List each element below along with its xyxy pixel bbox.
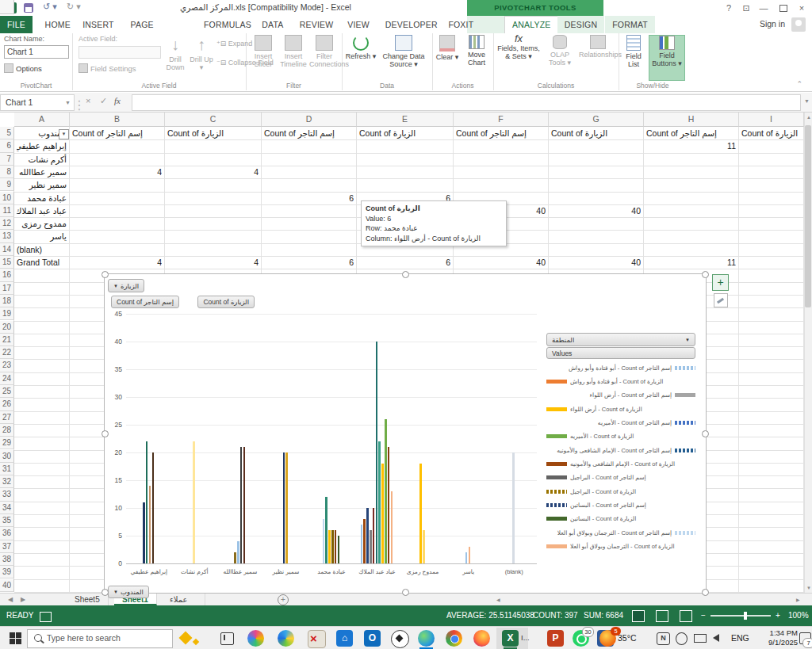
chart-bar[interactable] bbox=[323, 519, 325, 563]
chart-bar[interactable] bbox=[465, 552, 468, 563]
row-header-6[interactable]: 6 bbox=[0, 139, 14, 152]
row-header-8[interactable]: 8 bbox=[0, 166, 14, 178]
taskbar-icon-excel[interactable]: X bbox=[502, 630, 519, 647]
row-header-38[interactable]: 38 bbox=[0, 553, 14, 566]
taskbar-icon-copilot[interactable] bbox=[247, 630, 264, 647]
cell-F15[interactable]: 40 bbox=[456, 257, 546, 268]
cell-A11[interactable]: عباد عبد الملاك bbox=[17, 205, 67, 216]
chart-bar[interactable] bbox=[331, 530, 334, 563]
cell-A8[interactable]: سمير عطاالله bbox=[17, 166, 67, 178]
taskbar-icon-news[interactable]: 5 bbox=[599, 630, 616, 647]
copilot-sparkle-icon[interactable] bbox=[179, 632, 193, 645]
chart-value-field-button-0[interactable]: Count of إسم التاجر bbox=[111, 296, 179, 308]
chart-bar[interactable] bbox=[370, 530, 372, 563]
legend-item[interactable]: الإمام الشافعى والأمونيه - Count of الزي… bbox=[546, 457, 695, 470]
cell-C15[interactable]: 4 bbox=[167, 257, 259, 268]
taskbar-icon-powerpoint[interactable]: P bbox=[547, 630, 564, 647]
taskbar-search-input[interactable]: Type here to search bbox=[27, 629, 173, 648]
normal-view-icon[interactable] bbox=[632, 610, 645, 622]
chart-value-field-button-1[interactable]: Count of الزيارة bbox=[197, 296, 255, 308]
chart-bar[interactable] bbox=[361, 525, 363, 563]
page-layout-view-icon[interactable] bbox=[656, 610, 668, 622]
vscroll-down-icon[interactable]: ▼ bbox=[806, 586, 811, 590]
chart-bar[interactable] bbox=[193, 441, 195, 563]
start-button[interactable] bbox=[10, 632, 21, 644]
chart-bar[interactable] bbox=[381, 464, 384, 563]
legend-item[interactable]: البساتين - Count of الزيارة bbox=[546, 513, 695, 525]
chart-axis-field-button[interactable]: ▼المندوب bbox=[108, 586, 149, 598]
chart-bar[interactable] bbox=[146, 441, 148, 563]
cell-I5[interactable]: Count of الزيارة bbox=[741, 128, 801, 139]
cell-A6[interactable]: إبراهيم عطيفي bbox=[17, 140, 67, 151]
legend-item[interactable]: البساتين - Count of إسم التاجر bbox=[546, 499, 695, 512]
legend-item[interactable]: الإمام الشافعى والأمونيه - Count of إسم … bbox=[546, 444, 695, 456]
legend-item[interactable]: الأميريه - Count of إسم التاجر bbox=[546, 416, 695, 429]
row-header-12[interactable]: 12 bbox=[0, 217, 14, 230]
chart-filter-field-button[interactable]: ▼الزيارة bbox=[108, 279, 144, 292]
clock[interactable]: 1:34 PM 9/1/2025 bbox=[753, 628, 798, 647]
taskbar-icon-dictionary-blocked[interactable]: × bbox=[308, 630, 326, 648]
row-header-36[interactable]: 36 bbox=[0, 527, 14, 540]
zoom-slider[interactable] bbox=[710, 615, 771, 617]
taskbar-icon-store[interactable]: ⌂ bbox=[336, 630, 353, 647]
chart-bar[interactable] bbox=[285, 452, 288, 563]
task-view-icon[interactable] bbox=[220, 632, 234, 645]
taskbar-icon-firefox[interactable] bbox=[473, 630, 490, 647]
chart-bar[interactable] bbox=[143, 502, 145, 563]
chart-bar[interactable] bbox=[325, 497, 327, 563]
chart-selection-handle[interactable] bbox=[402, 271, 409, 278]
cell-C8[interactable]: 4 bbox=[167, 166, 259, 178]
cell-G11[interactable]: 40 bbox=[551, 205, 641, 216]
chart-selection-handle[interactable] bbox=[102, 589, 109, 596]
legend-item[interactable]: البراجيل - Count of إسم التاجر bbox=[546, 471, 695, 484]
row-header-32[interactable]: 32 bbox=[0, 475, 14, 488]
cell-D10[interactable]: 6 bbox=[264, 193, 354, 204]
vertical-scrollbar-thumb[interactable] bbox=[805, 125, 811, 307]
legend-item[interactable]: البراجيل - Count of الزيارة bbox=[546, 485, 695, 498]
taskbar-icon-chrome[interactable] bbox=[446, 630, 462, 647]
row-header-13[interactable]: 13 bbox=[0, 230, 14, 242]
cell-F5[interactable]: Count of إسم التاجر bbox=[456, 128, 546, 139]
row-header-40[interactable]: 40 bbox=[0, 579, 14, 592]
hscroll-right-icon[interactable]: ▶ bbox=[796, 597, 800, 602]
chart-bar[interactable] bbox=[469, 547, 471, 563]
cell-E5[interactable]: Count of الزيارة bbox=[359, 128, 450, 139]
legend-item[interactable]: الأميريه - Count of الزيارة bbox=[546, 430, 695, 443]
sheet-nav-right-icon[interactable]: ▶ bbox=[21, 596, 25, 603]
row-header-24[interactable]: 24 bbox=[0, 372, 14, 385]
row-header-26[interactable]: 26 bbox=[0, 398, 14, 410]
chart-bar[interactable] bbox=[234, 552, 236, 563]
pivot-chart[interactable]: ▼الزيارةCount of إسم التاجرCount of الزي… bbox=[104, 273, 707, 594]
row-header-25[interactable]: 25 bbox=[0, 385, 14, 398]
row-header-10[interactable]: 10 bbox=[0, 192, 14, 204]
chart-styles-brush-button[interactable] bbox=[714, 293, 728, 307]
zoom-level[interactable]: 100% bbox=[788, 611, 809, 620]
legend-item[interactable]: أبو قتادة وأبو رواش - Count of الزيارة bbox=[546, 375, 695, 387]
cell-B15[interactable]: 4 bbox=[72, 257, 162, 268]
sheet-nav-left-icon[interactable]: ◀ bbox=[8, 596, 13, 603]
vscroll-up-icon[interactable]: ▲ bbox=[806, 115, 811, 120]
chart-bar[interactable] bbox=[149, 486, 151, 563]
speaker-icon[interactable] bbox=[713, 634, 719, 642]
chart-selection-handle[interactable] bbox=[102, 271, 109, 278]
cell-B8[interactable]: 4 bbox=[72, 166, 162, 178]
column-header-I[interactable]: I bbox=[739, 113, 804, 127]
chart-bar[interactable] bbox=[388, 447, 390, 563]
row-header-31[interactable]: 31 bbox=[0, 463, 14, 475]
cell-A12[interactable]: ممدوح رمزى bbox=[17, 218, 67, 229]
row-header-5[interactable]: 5 bbox=[0, 127, 14, 139]
column-header-F[interactable]: F bbox=[454, 113, 549, 127]
row-header-29[interactable]: 29 bbox=[0, 437, 14, 449]
chart-bar[interactable] bbox=[376, 342, 378, 563]
row-header-22[interactable]: 22 bbox=[0, 346, 14, 359]
column-header-B[interactable]: B bbox=[70, 113, 165, 127]
cell-G15[interactable]: 40 bbox=[551, 257, 641, 268]
row-header-16[interactable]: 16 bbox=[0, 269, 14, 281]
taskbar-icon-msn[interactable] bbox=[278, 630, 294, 647]
chart-selection-handle[interactable] bbox=[102, 430, 109, 437]
chart-bar[interactable] bbox=[512, 452, 515, 563]
tray-app-icon[interactable] bbox=[676, 632, 688, 645]
chart-selection-handle[interactable] bbox=[702, 430, 709, 437]
row-header-14[interactable]: 14 bbox=[0, 243, 14, 256]
select-all-corner[interactable] bbox=[0, 0, 14, 14]
